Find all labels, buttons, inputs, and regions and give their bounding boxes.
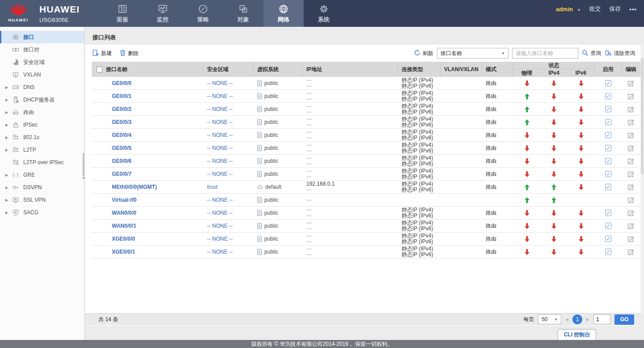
enable-checkbox[interactable]: ✓ — [605, 210, 611, 216]
enable-checkbox[interactable]: ✓ — [605, 119, 611, 125]
delete-button[interactable]: 删除 — [120, 50, 139, 57]
interface-name-link[interactable]: GE0/0/2 — [112, 106, 131, 112]
edit-button[interactable] — [628, 106, 634, 112]
nav-tab-object[interactable]: 对象 — [223, 0, 263, 27]
security-zone-link[interactable]: -- NONE -- — [207, 223, 233, 229]
expand-arrow-icon[interactable]: ▶ — [5, 98, 12, 102]
query-button[interactable]: 查询 — [582, 50, 601, 57]
security-zone-link[interactable]: -- NONE -- — [207, 119, 233, 125]
enable-checkbox[interactable]: ✓ — [605, 93, 611, 99]
edit-button[interactable] — [628, 223, 634, 229]
security-zone-link[interactable]: -- NONE -- — [207, 132, 233, 138]
sidebar-item-ssl-vpn[interactable]: ▶SSL VPN — [0, 194, 84, 206]
interface-name-link[interactable]: WAN0/0/1 — [112, 223, 136, 229]
sidebar-scrollbar[interactable] — [83, 153, 84, 176]
edit-button[interactable] — [628, 132, 634, 138]
interface-name-input[interactable] — [512, 48, 578, 59]
enable-checkbox[interactable]: ✓ — [605, 223, 611, 229]
edit-button[interactable] — [628, 184, 634, 190]
enable-checkbox[interactable]: ✓ — [605, 184, 611, 190]
interface-name-link[interactable]: GE0/0/0 — [112, 80, 131, 86]
interface-name-link[interactable]: WAN0/0/0 — [112, 210, 136, 216]
sidebar-item-security-zone[interactable]: 安全区域 — [0, 56, 84, 68]
admin-menu[interactable]: admin ▼ — [556, 5, 581, 13]
expand-arrow-icon[interactable]: ▶ — [5, 123, 12, 127]
sidebar-item-dsvpn[interactable]: ▶DSVPN — [0, 181, 84, 194]
nav-tab-system[interactable]: 系统 — [304, 0, 344, 27]
commit-button[interactable]: 提交 — [589, 5, 601, 13]
interface-name-link[interactable]: Virtual-if0 — [112, 197, 136, 203]
enable-checkbox[interactable]: ✓ — [605, 80, 611, 86]
edit-button[interactable] — [628, 93, 634, 99]
go-button[interactable]: GO — [614, 314, 634, 325]
edit-button[interactable] — [628, 80, 634, 86]
prev-page-button[interactable]: ◀ — [565, 317, 568, 322]
security-zone-link[interactable]: -- NONE -- — [207, 171, 233, 177]
interface-name-link[interactable]: GE0/0/4 — [112, 132, 131, 138]
page-1-button[interactable]: 1 — [572, 314, 582, 324]
sidebar-item-route[interactable]: ▶路由 — [0, 106, 84, 119]
interface-name-link[interactable]: GE0/0/5 — [112, 145, 131, 151]
enable-checkbox[interactable]: ✓ — [605, 106, 611, 112]
expand-arrow-icon[interactable]: ▶ — [5, 148, 12, 152]
sidebar-item-interface-pair[interactable]: 接口对 — [0, 43, 84, 56]
interface-name-link[interactable]: XGE0/0/1 — [112, 249, 135, 255]
enable-checkbox[interactable]: ✓ — [605, 171, 611, 177]
filter-field-select[interactable]: 接口名称 ▼ — [437, 48, 508, 59]
security-zone-link[interactable]: -- NONE -- — [207, 93, 233, 99]
edit-button[interactable] — [628, 236, 634, 242]
more-menu-icon[interactable]: ••• — [629, 6, 637, 13]
edit-button[interactable] — [628, 171, 634, 177]
page-number-input[interactable] — [593, 314, 610, 324]
expand-arrow-icon[interactable]: ▶ — [5, 85, 12, 89]
security-zone-link[interactable]: -- NONE -- — [207, 197, 233, 203]
security-zone-link[interactable]: -- NONE -- — [207, 236, 233, 242]
select-all-checkbox[interactable] — [97, 67, 102, 72]
interface-name-link[interactable]: GE0/0/1 — [112, 93, 131, 99]
interface-name-link[interactable]: GE0/0/7 — [112, 171, 131, 177]
sidebar-item-gre[interactable]: ▶GRE — [0, 169, 84, 181]
expand-arrow-icon[interactable]: ▶ — [5, 136, 12, 140]
enable-checkbox[interactable]: ✓ — [605, 236, 611, 242]
sidebar-item-dns[interactable]: ▶DNS — [0, 81, 84, 93]
sidebar-item-vxlan[interactable]: VXLAN — [0, 68, 84, 81]
security-zone-link[interactable]: -- NONE -- — [207, 80, 233, 86]
security-zone-link[interactable]: -- NONE -- — [207, 249, 233, 255]
sidebar-item-interface[interactable]: 接口 — [0, 31, 84, 43]
clear-query-button[interactable]: 清除查询 — [605, 50, 635, 57]
expand-arrow-icon[interactable]: ▶ — [5, 173, 12, 177]
page-scrollbar-thumb[interactable] — [641, 58, 644, 174]
new-button[interactable]: 新建 — [93, 50, 112, 57]
edit-button[interactable] — [628, 249, 634, 255]
sidebar-item-dhcp-server[interactable]: ▶DHCP服务器 — [0, 93, 84, 106]
nav-tab-monitor[interactable]: 监控 — [143, 0, 183, 27]
enable-checkbox[interactable]: ✓ — [605, 132, 611, 138]
security-zone-link[interactable]: trust — [207, 184, 217, 190]
expand-arrow-icon[interactable]: ▶ — [5, 110, 12, 115]
sidebar-collapse-handle[interactable]: ◂ — [82, 174, 87, 181]
interface-name-link[interactable]: GE0/0/6 — [112, 158, 131, 164]
edit-button[interactable] — [628, 210, 634, 216]
per-page-select[interactable]: 50 ▼ — [538, 314, 561, 324]
edit-button[interactable] — [628, 197, 634, 203]
enable-checkbox[interactable]: ✓ — [605, 145, 611, 151]
sidebar-item-802-1x[interactable]: ▶802.1x — [0, 131, 84, 144]
nav-tab-dashboard[interactable]: 面板 — [102, 0, 143, 27]
refresh-button[interactable]: 刷新 — [414, 50, 433, 57]
expand-arrow-icon[interactable]: ▶ — [5, 186, 12, 190]
security-zone-link[interactable]: -- NONE -- — [207, 145, 233, 151]
next-page-button[interactable]: ▶ — [586, 317, 589, 322]
security-zone-link[interactable]: -- NONE -- — [207, 106, 233, 112]
enable-checkbox[interactable]: ✓ — [605, 158, 611, 164]
edit-button[interactable] — [628, 158, 634, 164]
interface-name-link[interactable]: XGE0/0/0 — [112, 236, 135, 242]
expand-arrow-icon[interactable]: ▶ — [5, 211, 12, 215]
nav-tab-network[interactable]: 网络 — [263, 0, 304, 27]
expand-arrow-icon[interactable]: ▶ — [5, 198, 12, 202]
security-zone-link[interactable]: -- NONE -- — [207, 210, 233, 216]
interface-name-link[interactable]: GE0/0/3 — [112, 119, 131, 125]
sidebar-item-ipsec[interactable]: ▶IPSec — [0, 119, 84, 131]
edit-button[interactable] — [628, 119, 634, 125]
sidebar-item-l2tp[interactable]: ▶L2TP — [0, 144, 84, 156]
page-scrollbar[interactable] — [640, 45, 644, 313]
